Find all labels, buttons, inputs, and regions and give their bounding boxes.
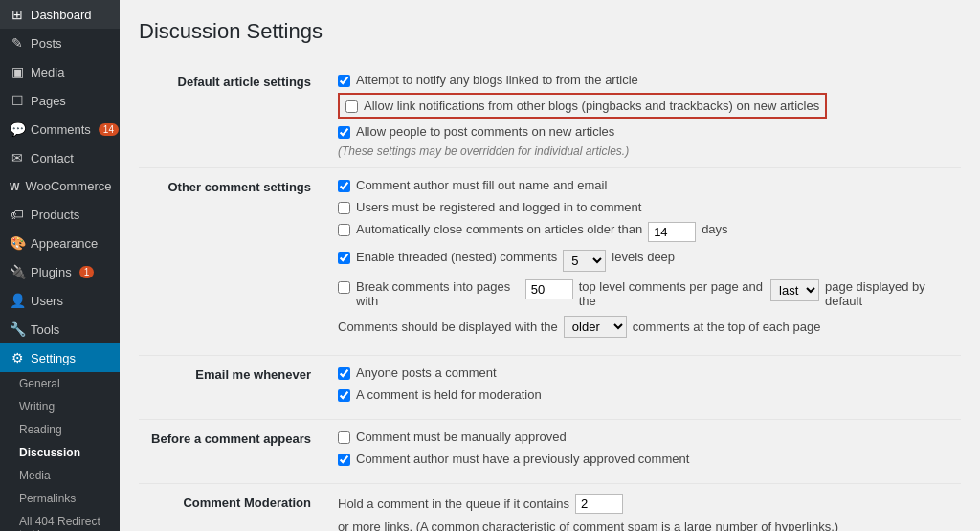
sidebar-item-tools[interactable]: 🔧 Tools <box>0 315 120 343</box>
sidebar-item-settings[interactable]: ⚙ Settings <box>0 343 120 372</box>
auto-close-row: Automatically close comments on articles… <box>338 222 953 242</box>
comment-moderation-label: Comment Moderation <box>139 484 330 532</box>
before-comment-label: Before a comment appears <box>139 420 330 484</box>
author-name-row: Comment author must fill out name and em… <box>338 178 953 192</box>
auto-close-days-input[interactable] <box>648 222 696 242</box>
manual-approval-checkbox[interactable] <box>338 431 350 444</box>
previously-approved-label: Comment author must have a previously ap… <box>356 452 689 466</box>
anyone-posts-label: Anyone posts a comment <box>356 365 497 380</box>
moderation-suffix: or more links. (A common characteristic … <box>338 520 838 531</box>
sidebar-item-comments[interactable]: 💬 Comments 14 <box>0 115 120 144</box>
settings-icon: ⚙ <box>10 350 25 365</box>
notify-blogs-row: Attempt to notify any blogs linked to fr… <box>338 73 953 87</box>
moderation-links-row: Hold a comment in the queue if it contai… <box>338 494 953 531</box>
paged-comments-select[interactable]: lastfirst <box>770 279 819 301</box>
plugins-icon: 🔌 <box>10 264 25 279</box>
media-icon: ▣ <box>10 64 25 79</box>
main-content: Discussion Settings Default article sett… <box>120 0 980 531</box>
email-whenever-row: Email me whenever Anyone posts a comment… <box>139 356 961 420</box>
held-moderation-checkbox[interactable] <box>338 389 350 402</box>
anyone-posts-checkbox[interactable] <box>338 367 350 380</box>
sidebar: ⊞ Dashboard ✎ Posts ▣ Media ☐ Pages 💬 Co… <box>0 0 120 531</box>
allow-comments-checkbox[interactable] <box>338 126 350 139</box>
display-order-suffix: comments at the top of each page <box>633 320 821 334</box>
paged-comments-suffix: page displayed by default <box>825 279 953 308</box>
paged-comments-row: Break comments into pages with top level… <box>338 279 953 308</box>
previously-approved-row: Comment author must have a previously ap… <box>338 452 953 466</box>
sidebar-item-woocommerce[interactable]: W WooCommerce <box>0 172 120 200</box>
page-title: Discussion Settings <box>139 19 961 44</box>
submenu-permalinks[interactable]: Permalinks <box>0 487 120 510</box>
woocommerce-icon: W <box>10 181 19 192</box>
auto-close-suffix: days <box>702 222 727 236</box>
registered-users-row: Users must be registered and logged in t… <box>338 200 953 214</box>
notify-blogs-checkbox[interactable] <box>338 75 350 87</box>
submenu-reading[interactable]: Reading <box>0 418 120 441</box>
comments-badge: 14 <box>99 123 119 136</box>
override-note: (These settings may be overridden for in… <box>338 144 953 158</box>
allow-comments-label: Allow people to post comments on new art… <box>356 124 614 139</box>
threaded-comments-checkbox[interactable] <box>338 252 350 264</box>
products-icon: 🏷 <box>10 207 25 222</box>
notify-blogs-label: Attempt to notify any blogs linked to fr… <box>356 73 638 87</box>
display-order-select[interactable]: oldernewer <box>564 316 627 338</box>
threaded-comments-row: Enable threaded (nested) comments 512346… <box>338 250 953 272</box>
paged-comments-checkbox[interactable] <box>338 281 350 294</box>
contact-icon: ✉ <box>10 150 25 166</box>
dashboard-icon: ⊞ <box>10 7 25 22</box>
default-article-options: Attempt to notify any blogs linked to fr… <box>330 63 961 168</box>
submenu-discussion[interactable]: Discussion <box>0 441 120 464</box>
sidebar-item-plugins[interactable]: 🔌 Plugins 1 <box>0 257 120 286</box>
held-moderation-row: A comment is held for moderation <box>338 387 953 402</box>
previously-approved-checkbox[interactable] <box>338 454 350 466</box>
registered-users-label: Users must be registered and logged in t… <box>356 200 641 214</box>
default-article-row: Default article settings Attempt to noti… <box>139 63 961 168</box>
sidebar-item-posts[interactable]: ✎ Posts <box>0 29 120 57</box>
default-article-label: Default article settings <box>139 63 330 168</box>
manual-approval-row: Comment must be manually approved <box>338 430 953 444</box>
sidebar-item-dashboard[interactable]: ⊞ Dashboard <box>0 0 120 29</box>
manual-approval-label: Comment must be manually approved <box>356 430 567 444</box>
threaded-comments-prefix: Enable threaded (nested) comments <box>356 250 557 264</box>
submenu-media[interactable]: Media <box>0 464 120 487</box>
moderation-links-input[interactable] <box>575 494 623 514</box>
author-name-label: Comment author must fill out name and em… <box>356 178 607 192</box>
moderation-prefix: Hold a comment in the queue if it contai… <box>338 497 569 511</box>
auto-close-prefix: Automatically close comments on articles… <box>356 222 642 236</box>
submenu-404redirect[interactable]: All 404 Redirect to Homepage <box>0 510 120 531</box>
sidebar-item-contact[interactable]: ✉ Contact <box>0 144 120 172</box>
comment-moderation-options: Hold a comment in the queue if it contai… <box>330 484 961 532</box>
registered-users-checkbox[interactable] <box>338 202 350 214</box>
pages-icon: ☐ <box>10 93 25 108</box>
pingbacks-checkbox[interactable] <box>345 100 358 113</box>
display-order-prefix: Comments should be displayed with the <box>338 320 558 334</box>
sidebar-item-pages[interactable]: ☐ Pages <box>0 86 120 115</box>
users-icon: 👤 <box>10 293 25 308</box>
tools-icon: 🔧 <box>10 321 25 337</box>
held-moderation-label: A comment is held for moderation <box>356 387 542 402</box>
before-comment-options: Comment must be manually approved Commen… <box>330 420 961 484</box>
submenu-writing[interactable]: Writing <box>0 395 120 418</box>
other-comment-label: Other comment settings <box>139 168 330 356</box>
settings-table: Default article settings Attempt to noti… <box>139 63 961 531</box>
sidebar-item-users[interactable]: 👤 Users <box>0 286 120 315</box>
threaded-comments-select[interactable]: 51234678910 <box>563 250 606 272</box>
pingbacks-highlighted: Allow link notifications from other blog… <box>338 93 953 119</box>
comments-icon: 💬 <box>10 122 25 137</box>
posts-icon: ✎ <box>10 35 25 51</box>
comment-moderation-row: Comment Moderation Hold a comment in the… <box>139 484 961 532</box>
paged-comments-input[interactable] <box>525 279 573 299</box>
allow-comments-row: Allow people to post comments on new art… <box>338 124 953 139</box>
author-name-checkbox[interactable] <box>338 180 350 192</box>
plugins-badge: 1 <box>79 266 95 278</box>
submenu-general[interactable]: General <box>0 372 120 395</box>
pingbacks-border-box: Allow link notifications from other blog… <box>338 93 827 119</box>
paged-comments-middle: top level comments per page and the <box>579 279 765 308</box>
sidebar-item-products[interactable]: 🏷 Products <box>0 200 120 229</box>
other-comment-options: Comment author must fill out name and em… <box>330 168 961 356</box>
display-order-row: Comments should be displayed with the ol… <box>338 316 953 338</box>
paged-comments-prefix: Break comments into pages with <box>356 279 520 308</box>
auto-close-checkbox[interactable] <box>338 224 350 236</box>
sidebar-item-appearance[interactable]: 🎨 Appearance <box>0 229 120 257</box>
sidebar-item-media[interactable]: ▣ Media <box>0 57 120 86</box>
